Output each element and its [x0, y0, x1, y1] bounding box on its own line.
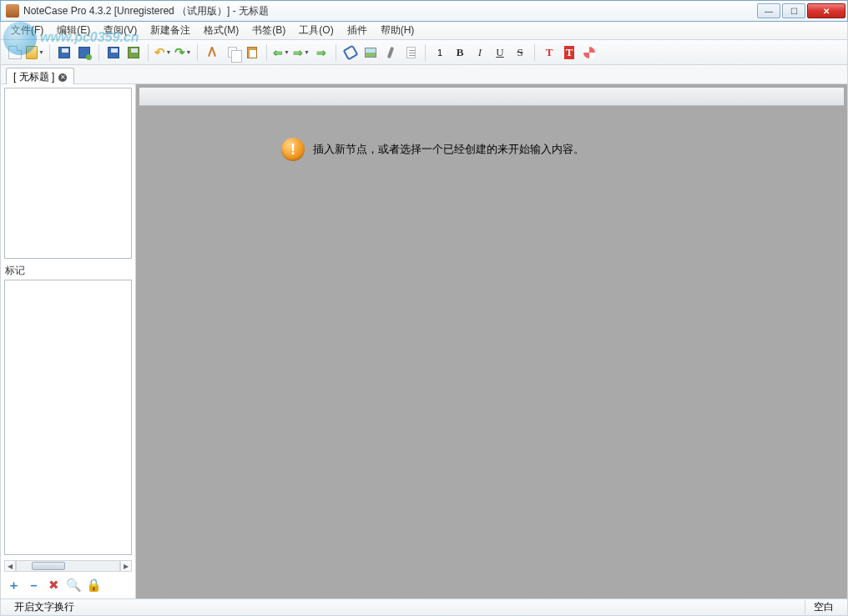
delete-node-button[interactable]: ✖: [46, 578, 61, 593]
window-titlebar: NoteCase Pro 4.3.2 [Unregistered （试用版）] …: [0, 0, 848, 22]
copy-button[interactable]: [223, 43, 241, 62]
underline-button[interactable]: U: [491, 43, 509, 62]
nav-back-button[interactable]: ⇐▼: [272, 43, 290, 62]
menu-edit[interactable]: 编辑(E): [50, 22, 97, 39]
separator: [197, 44, 198, 61]
separator: [98, 44, 99, 61]
highlight-button[interactable]: T: [560, 43, 578, 62]
scroll-right-icon[interactable]: ▶: [120, 560, 132, 572]
separator: [336, 44, 336, 61]
menu-bar: 文件(F) 编辑(E) 查阅(V) 新建备注 格式(M) 书签(B) 工具(O)…: [0, 22, 848, 40]
insert-image-button[interactable]: [361, 43, 380, 62]
tab-label: [ 无标题 ]: [13, 70, 54, 84]
cut-button[interactable]: [203, 43, 221, 62]
separator: [425, 44, 426, 61]
undo-button[interactable]: ↶▼: [154, 43, 172, 62]
document-tabstrip: [ 无标题 ] ✕: [0, 65, 848, 84]
status-bar: 开启文字换行 空白: [0, 599, 848, 616]
list-button[interactable]: 1: [431, 43, 449, 62]
toolbar: ▼ ↶▼ ↷▼ ⇐▼ ⇒▼ ⇒ 1 B I U S T T: [0, 40, 848, 65]
remove-node-button[interactable]: －: [26, 578, 41, 593]
open-button[interactable]: ▼: [26, 43, 44, 62]
document-tab[interactable]: [ 无标题 ] ✕: [6, 68, 74, 84]
content-pane: ! 插入新节点，或者选择一个已经创建的来开始输入内容。: [136, 84, 847, 598]
insert-link-button[interactable]: [341, 43, 360, 62]
close-button[interactable]: ✕: [807, 3, 845, 18]
menu-help[interactable]: 帮助(H): [374, 22, 421, 39]
insert-object-button[interactable]: [401, 43, 420, 62]
save-all-button[interactable]: [104, 43, 123, 62]
separator: [49, 44, 50, 61]
text-color-button[interactable]: T: [540, 43, 558, 62]
insert-attachment-button[interactable]: [381, 43, 400, 62]
menu-file[interactable]: 文件(F): [4, 22, 50, 39]
menu-view[interactable]: 查阅(V): [97, 22, 144, 39]
scroll-track[interactable]: [16, 560, 120, 572]
main-panel: 标记 ◀ ▶ ＋ － ✖ 🔍 🔒 ! 插入新节点，或者选择一个已经创建的来开始输…: [0, 84, 848, 599]
revert-button[interactable]: [124, 43, 143, 62]
strike-button[interactable]: S: [511, 43, 529, 62]
app-icon: [6, 4, 19, 18]
status-left: 开启文字换行: [6, 600, 83, 614]
scroll-left-icon[interactable]: ◀: [4, 560, 16, 572]
scroll-thumb[interactable]: [32, 562, 65, 570]
add-node-button[interactable]: ＋: [6, 578, 21, 593]
nav-forward-button[interactable]: ⇒▼: [292, 43, 310, 62]
bold-button[interactable]: B: [451, 43, 469, 62]
lock-button[interactable]: 🔒: [86, 578, 101, 593]
tags-panel[interactable]: [4, 280, 132, 555]
help-icon-button[interactable]: [580, 43, 598, 62]
redo-button[interactable]: ↷▼: [174, 43, 192, 62]
separator: [266, 44, 267, 61]
menu-newnote[interactable]: 新建备注: [144, 22, 197, 39]
status-right: 空白: [805, 600, 842, 614]
menu-plugins[interactable]: 插件: [341, 22, 374, 39]
minimize-button[interactable]: —: [757, 3, 780, 18]
new-document-button[interactable]: [6, 43, 24, 62]
save-as-button[interactable]: [75, 43, 93, 62]
paste-button[interactable]: [243, 43, 261, 62]
save-button[interactable]: [55, 43, 73, 62]
menu-format[interactable]: 格式(M): [197, 22, 245, 39]
tree-panel[interactable]: [4, 88, 132, 259]
window-title: NoteCase Pro 4.3.2 [Unregistered （试用版）] …: [23, 4, 757, 18]
search-node-button[interactable]: 🔍: [66, 578, 81, 593]
italic-button[interactable]: I: [471, 43, 489, 62]
menu-tools[interactable]: 工具(O): [292, 22, 340, 39]
maximize-button[interactable]: ☐: [782, 3, 805, 18]
tab-close-icon[interactable]: ✕: [58, 73, 67, 82]
horizontal-scrollbar[interactable]: ◀ ▶: [4, 558, 132, 573]
warning-icon: !: [281, 138, 305, 161]
separator: [534, 44, 535, 61]
menu-bookmark[interactable]: 书签(B): [245, 22, 292, 39]
empty-hint: ! 插入新节点，或者选择一个已经创建的来开始输入内容。: [281, 138, 584, 161]
tags-label: 标记: [1, 262, 135, 280]
ruler: [139, 88, 844, 106]
hint-text: 插入新节点，或者选择一个已经创建的来开始输入内容。: [313, 142, 584, 157]
sidebar: 标记 ◀ ▶ ＋ － ✖ 🔍 🔒: [1, 84, 136, 598]
tree-toolbar: ＋ － ✖ 🔍 🔒: [4, 575, 132, 595]
editor-area[interactable]: ! 插入新节点，或者选择一个已经创建的来开始输入内容。: [139, 106, 844, 595]
separator: [148, 44, 149, 61]
nav-last-button[interactable]: ⇒: [312, 43, 331, 62]
